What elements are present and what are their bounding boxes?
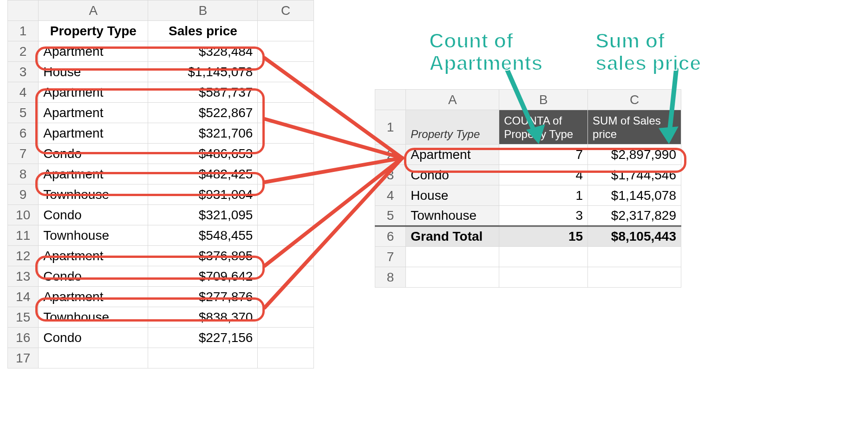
table-row[interactable]: 6Apartment$321,706 [8, 123, 314, 144]
cell-c[interactable] [258, 184, 314, 205]
cell-property-type[interactable]: Condo [39, 266, 148, 287]
pivot-count[interactable]: 7 [499, 145, 588, 165]
pivot-category[interactable]: Condo [406, 165, 499, 185]
cell-c[interactable] [258, 307, 314, 328]
col-B-header[interactable]: B [148, 0, 258, 21]
cell-sales-price[interactable]: $1,145,078 [148, 62, 258, 82]
cell-property-type[interactable]: Apartment [39, 103, 148, 123]
table-row[interactable]: 15Townhouse$838,370 [8, 307, 314, 328]
table-row[interactable]: 9Townhouse$931,004 [8, 184, 314, 205]
row-header[interactable]: 17 [8, 348, 39, 368]
row-header[interactable]: 5 [8, 103, 39, 123]
pivot-empty-row[interactable]: 8 [375, 267, 681, 288]
table-row[interactable]: 5Apartment$522,867 [8, 103, 314, 123]
cell-c[interactable] [258, 266, 314, 287]
cell-property-type[interactable]: Apartment [39, 287, 148, 307]
pivot-col-B[interactable]: B [499, 90, 588, 110]
table-row[interactable]: 3House$1,145,078 [8, 62, 314, 82]
pivot-category[interactable]: Townhouse [406, 206, 499, 226]
cell-c[interactable] [258, 246, 314, 266]
row-header[interactable]: 6 [8, 123, 39, 144]
col-C-header[interactable]: C [258, 0, 314, 21]
pivot-row-6[interactable]: 6 [375, 226, 406, 247]
pivot-header-b[interactable]: COUNTA of Property Type [499, 110, 588, 145]
cell-property-type[interactable]: Condo [39, 205, 148, 225]
pivot-row-header[interactable]: 3 [375, 165, 406, 185]
cell-sales-price[interactable]: $522,867 [148, 103, 258, 123]
cell-c[interactable] [258, 123, 314, 144]
cell-c[interactable] [258, 144, 314, 164]
pivot-col-A[interactable]: A [406, 90, 499, 110]
pivot-grand-total-row[interactable]: 6 Grand Total 15 $8,105,443 [375, 226, 681, 247]
cell-c[interactable] [258, 62, 314, 82]
cell-c[interactable] [258, 205, 314, 225]
row-header[interactable]: 8 [8, 164, 39, 184]
pivot-category[interactable]: House [406, 185, 499, 206]
cell-sales-price[interactable]: $376,895 [148, 246, 258, 266]
cell-c[interactable] [258, 287, 314, 307]
cell-sales-price[interactable]: $587,737 [148, 82, 258, 103]
pivot-total-count[interactable]: 15 [499, 226, 588, 247]
cell-property-type[interactable]: Apartment [39, 164, 148, 184]
row-header[interactable]: 9 [8, 184, 39, 205]
cell-property-type[interactable]: Condo [39, 144, 148, 164]
cell-sales-price[interactable]: $277,876 [148, 287, 258, 307]
cell-sales-price[interactable]: $931,004 [148, 184, 258, 205]
row-header[interactable]: 10 [8, 205, 39, 225]
pivot-row-header[interactable]: 5 [375, 206, 406, 226]
cell-c[interactable] [258, 328, 314, 348]
row-header[interactable]: 16 [8, 328, 39, 348]
pivot-category[interactable]: Apartment [406, 145, 499, 165]
table-row[interactable]: 7Condo$486,653 [8, 144, 314, 164]
pivot-row-header[interactable]: 8 [375, 267, 406, 288]
pivot-row[interactable]: 2Apartment7$2,897,990 [375, 145, 681, 165]
row-header[interactable]: 13 [8, 266, 39, 287]
cell-property-type[interactable]: Condo [39, 328, 148, 348]
pivot-row[interactable]: 4House1$1,145,078 [375, 185, 681, 206]
cell-sales-price[interactable]: $328,484 [148, 41, 258, 62]
pivot-row-header[interactable]: 7 [375, 247, 406, 267]
pivot-sum[interactable]: $1,744,546 [588, 165, 681, 185]
pivot-col-C[interactable]: C [588, 90, 681, 110]
pivot-sum[interactable]: $2,897,990 [588, 145, 681, 165]
pivot-count[interactable]: 1 [499, 185, 588, 206]
table-row[interactable]: 4Apartment$587,737 [8, 82, 314, 103]
pivot-row-header[interactable]: 2 [375, 145, 406, 165]
cell-property-type[interactable]: Apartment [39, 41, 148, 62]
header-sales-price[interactable]: Sales price [148, 21, 258, 41]
cell-sales-price[interactable]: $548,455 [148, 225, 258, 246]
table-row[interactable]: 17 [8, 348, 314, 368]
pivot-total-label[interactable]: Grand Total [406, 226, 499, 247]
row-1-header[interactable]: 1 [8, 21, 39, 41]
pivot-empty-row[interactable]: 7 [375, 247, 681, 267]
cell-c[interactable] [258, 348, 314, 368]
row-header[interactable]: 7 [8, 144, 39, 164]
header-property-type[interactable]: Property Type [39, 21, 148, 41]
row-header[interactable]: 4 [8, 82, 39, 103]
table-row[interactable]: 16Condo$227,156 [8, 328, 314, 348]
table-row[interactable]: 8Apartment$482,425 [8, 164, 314, 184]
table-row[interactable]: 14Apartment$277,876 [8, 287, 314, 307]
pivot-header-c[interactable]: SUM of Sales price [588, 110, 681, 145]
pivot-table[interactable]: A B C 1 Property Type COUNTA of Property… [375, 89, 681, 288]
pivot-row[interactable]: 3Condo4$1,744,546 [375, 165, 681, 185]
pivot-row-header[interactable]: 4 [375, 185, 406, 206]
table-row[interactable]: 2Apartment$328,484 [8, 41, 314, 62]
cell-property-type[interactable]: Townhouse [39, 307, 148, 328]
cell-property-type[interactable]: Townhouse [39, 225, 148, 246]
row-header[interactable]: 11 [8, 225, 39, 246]
cell-property-type[interactable]: Apartment [39, 246, 148, 266]
cell-property-type[interactable]: Apartment [39, 123, 148, 144]
row-header[interactable]: 2 [8, 41, 39, 62]
pivot-total-sum[interactable]: $8,105,443 [588, 226, 681, 247]
cell-sales-price[interactable] [148, 348, 258, 368]
pivot-count[interactable]: 3 [499, 206, 588, 226]
row-header[interactable]: 3 [8, 62, 39, 82]
pivot-count[interactable]: 4 [499, 165, 588, 185]
pivot-sum[interactable]: $1,145,078 [588, 185, 681, 206]
pivot-row[interactable]: 5Townhouse3$2,317,829 [375, 206, 681, 226]
col-A-header[interactable]: A [39, 0, 148, 21]
row-header[interactable]: 12 [8, 246, 39, 266]
row-header[interactable]: 14 [8, 287, 39, 307]
cell-sales-price[interactable]: $486,653 [148, 144, 258, 164]
